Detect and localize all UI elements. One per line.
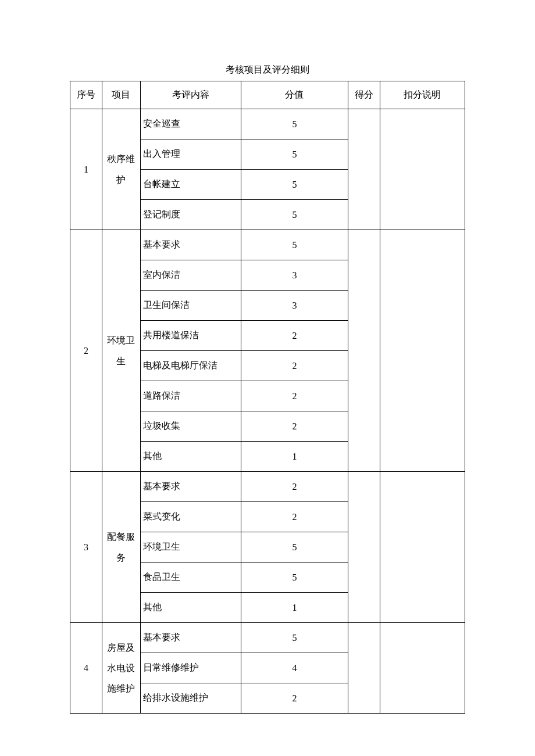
cell-project: 房屋及水电设施维护: [102, 623, 140, 714]
cell-got: [348, 472, 380, 623]
cell-score: 1: [241, 442, 348, 472]
cell-score: 2: [241, 472, 348, 502]
cell-content: 室内保洁: [140, 260, 241, 291]
cell-score: 2: [241, 381, 348, 411]
page-title: 考核项目及评分细则: [70, 64, 465, 76]
cell-project: 环境卫生: [102, 230, 140, 472]
cell-score: 5: [241, 109, 348, 139]
cell-score: 1: [241, 593, 348, 623]
cell-content: 给排水设施维护: [140, 683, 241, 714]
table-row: 2环境卫生基本要求5: [70, 230, 465, 260]
cell-content: 道路保洁: [140, 381, 241, 411]
header-project: 项目: [102, 81, 140, 109]
cell-content: 其他: [140, 593, 241, 623]
cell-explain: [380, 230, 465, 472]
cell-seq: 3: [70, 472, 102, 623]
cell-content: 环境卫生: [140, 532, 241, 562]
cell-got: [348, 623, 380, 714]
cell-score: 5: [241, 230, 348, 260]
cell-score: 3: [241, 260, 348, 291]
table-row: 4房屋及水电设施维护基本要求5: [70, 623, 465, 653]
header-got: 得分: [348, 81, 380, 109]
cell-score: 2: [241, 321, 348, 351]
cell-score: 5: [241, 532, 348, 562]
cell-score: 5: [241, 139, 348, 170]
cell-content: 垃圾收集: [140, 411, 241, 442]
cell-explain: [380, 109, 465, 230]
cell-content: 基本要求: [140, 472, 241, 502]
cell-content: 食品卫生: [140, 562, 241, 593]
cell-score: 2: [241, 683, 348, 714]
header-seq: 序号: [70, 81, 102, 109]
cell-got: [348, 230, 380, 472]
cell-score: 3: [241, 291, 348, 321]
cell-content: 电梯及电梯厅保洁: [140, 351, 241, 381]
cell-project: 秩序维护: [102, 109, 140, 230]
cell-content: 出入管理: [140, 139, 241, 170]
cell-seq: 2: [70, 230, 102, 472]
table-row: 1秩序维护安全巡查5: [70, 109, 465, 139]
cell-content: 基本要求: [140, 623, 241, 653]
assessment-table: 序号 项目 考评内容 分值 得分 扣分说明 1秩序维护安全巡查5出入管理5台帐建…: [70, 81, 465, 714]
header-explain: 扣分说明: [380, 81, 465, 109]
table-body: 1秩序维护安全巡查5出入管理5台帐建立5登记制度52环境卫生基本要求5室内保洁3…: [70, 109, 465, 714]
cell-score: 4: [241, 653, 348, 683]
cell-content: 日常维修维护: [140, 653, 241, 683]
cell-content: 台帐建立: [140, 170, 241, 200]
cell-seq: 1: [70, 109, 102, 230]
cell-content: 其他: [140, 442, 241, 472]
header-content: 考评内容: [140, 81, 241, 109]
header-score: 分值: [241, 81, 348, 109]
cell-content: 基本要求: [140, 230, 241, 260]
cell-seq: 4: [70, 623, 102, 714]
cell-score: 2: [241, 411, 348, 442]
cell-score: 5: [241, 170, 348, 200]
cell-explain: [380, 623, 465, 714]
cell-score: 5: [241, 200, 348, 230]
cell-score: 5: [241, 562, 348, 593]
cell-project: 配餐服务: [102, 472, 140, 623]
cell-explain: [380, 472, 465, 623]
cell-content: 安全巡查: [140, 109, 241, 139]
cell-got: [348, 109, 380, 230]
cell-content: 卫生间保洁: [140, 291, 241, 321]
cell-content: 共用楼道保洁: [140, 321, 241, 351]
cell-score: 2: [241, 502, 348, 532]
cell-content: 菜式变化: [140, 502, 241, 532]
cell-score: 5: [241, 623, 348, 653]
table-row: 3配餐服务基本要求2: [70, 472, 465, 502]
cell-score: 2: [241, 351, 348, 381]
table-header-row: 序号 项目 考评内容 分值 得分 扣分说明: [70, 81, 465, 109]
cell-content: 登记制度: [140, 200, 241, 230]
